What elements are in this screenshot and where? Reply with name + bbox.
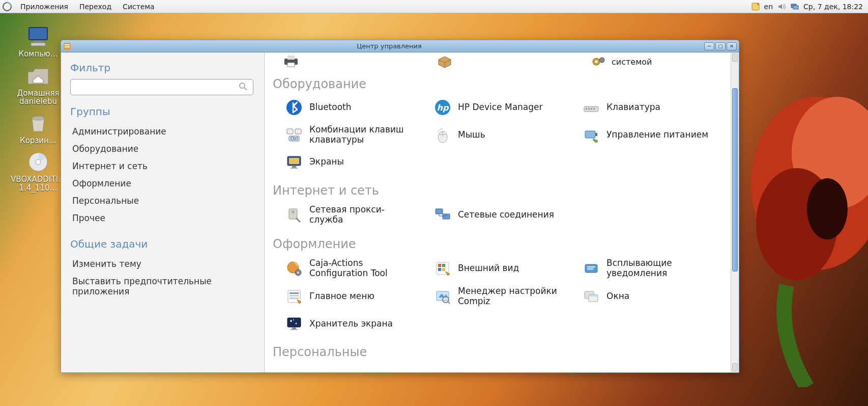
app-item[interactable]: Bluetooth [283,97,426,118]
app-item[interactable] [283,55,416,69]
app-item[interactable]: Хранитель экрана [283,313,426,334]
box-icon [437,55,453,69]
network-icon [433,206,452,224]
titlebar[interactable]: Центр управления ─ ▢ ✕ [61,40,739,52]
keyboard-icon [582,98,600,117]
volume-tray-icon[interactable] [777,2,786,11]
hp-icon: hp [433,98,452,117]
gear-icon [590,55,606,69]
bluetooth-icon [285,98,303,117]
app-item[interactable]: Внешний вид [431,257,575,279]
app-item[interactable]: Всплывающие уведомления [580,257,724,279]
svg-rect-6 [31,43,45,46]
app-label: Окна [606,291,629,302]
svg-rect-17 [287,63,295,67]
app-item[interactable]: системой [590,55,724,69]
svg-point-13 [240,83,245,88]
windows-icon [582,287,600,306]
svg-point-7 [32,116,44,120]
svg-rect-27 [591,108,592,110]
svg-point-20 [599,58,604,63]
vertical-scrollbar[interactable] [731,52,739,372]
menu-places[interactable]: Переход [74,2,117,12]
sidebar-group-item[interactable]: Оборудование [70,140,256,157]
network-tray-icon[interactable] [790,2,799,11]
app-item[interactable] [437,55,570,69]
svg-point-72 [751,97,868,270]
section-heading: Интернет и сеть [272,178,726,203]
app-label: Сетевые соединения [458,210,554,220]
sidebar-group-item[interactable]: Персональные [70,192,256,209]
app-item[interactable]: Главное меню [283,285,426,307]
clock[interactable]: Ср, 7 дек, 18:22 [803,3,863,11]
app-item[interactable]: Мышь [431,124,575,146]
app-item[interactable]: Управление питанием [580,124,724,146]
app-item[interactable]: hpHP Device Manager [431,97,575,118]
minimize-button[interactable]: ─ [704,42,714,50]
top-panel: Приложения Переход Система en Ср, 7 дек,… [0,0,868,13]
desktop-label: VBOXADDITI… 1.4_110… [11,175,66,192]
caja-icon [285,259,303,278]
wallpaper-flower [736,31,868,387]
desktop-disc[interactable]: VBOXADDITI… 1.4_110… [10,150,66,192]
svg-rect-12 [65,46,70,47]
control-center-icon [63,42,71,50]
svg-point-47 [297,272,299,274]
svg-rect-26 [588,108,590,110]
menu-system[interactable]: Система [118,2,159,12]
trash-icon [25,111,51,136]
svg-line-14 [244,88,247,90]
app-label: Менеджер настройки Compiz [458,286,565,306]
app-item[interactable]: Caja-Actions Configuration Tool [283,257,426,279]
note-tray-icon[interactable] [751,2,760,11]
svg-rect-39 [292,166,296,168]
power-icon [582,126,600,144]
content-area: системой ОборудованиеBluetoothhpHP Devic… [265,52,731,372]
close-button[interactable]: ✕ [727,42,737,50]
sidebar-group-item[interactable]: Администрирование [70,123,256,140]
disc-icon [25,150,51,174]
groups-heading: Группы [70,105,256,118]
keyboard-layout-indicator[interactable]: en [764,3,773,11]
sidebar-group-item[interactable]: Прочее [70,209,256,227]
tasks-list: Изменить темуВыставить предпочтительные … [70,255,256,300]
mainmenu-icon [285,287,303,306]
filter-heading: Фильтр [70,62,256,74]
app-item[interactable]: Сетевая прокси-служба [283,204,426,226]
svg-point-42 [292,210,295,213]
desktop-label: Компью… [18,50,57,59]
svg-point-74 [756,168,837,280]
svg-text:hp: hp [437,103,449,113]
app-item[interactable]: Клавиатура [580,97,724,118]
app-label: Сетевая прокси-служба [309,205,416,225]
sidebar-task-item[interactable]: Выставить предпочтительные приложения [70,273,256,300]
tasks-heading: Общие задачи [70,238,256,250]
control-center-window: Центр управления ─ ▢ ✕ Фильтр Группы Адм… [61,40,739,373]
svg-rect-3 [793,6,798,9]
app-grid: BluetoothhpHP Device ManagerКлавиатураCt… [272,96,726,178]
app-label: Внешний вид [458,263,519,274]
sidebar-group-item[interactable]: Оформление [70,175,256,192]
filter-input[interactable] [70,79,253,95]
svg-point-68 [296,323,297,324]
svg-rect-5 [34,41,42,43]
app-item[interactable]: Окна [580,285,724,307]
svg-rect-30 [295,129,301,134]
desktop-label: Корзин… [20,137,56,145]
maximize-button[interactable]: ▢ [715,42,726,50]
search-icon [239,82,248,91]
desktop-home[interactable]: Домашняя danielebu [10,64,66,106]
app-item[interactable]: Менеджер настройки Compiz [431,285,575,307]
svg-rect-38 [289,158,299,164]
svg-rect-55 [587,268,593,269]
app-item[interactable]: CtrlКомбинации клавиш клавиатуры [283,124,426,146]
svg-rect-49 [438,264,441,267]
sidebar-group-item[interactable]: Интернет и сеть [70,157,256,175]
desktop-computer[interactable]: Компью… [10,24,66,59]
scrollbar-thumb[interactable] [732,88,738,272]
sidebar-task-item[interactable]: Изменить тему [70,255,256,273]
menu-applications[interactable]: Приложения [15,2,73,12]
app-item[interactable]: Экраны [283,152,426,172]
desktop-trash[interactable]: Корзин… [10,111,66,145]
app-item[interactable]: Сетевые соединения [431,204,575,226]
